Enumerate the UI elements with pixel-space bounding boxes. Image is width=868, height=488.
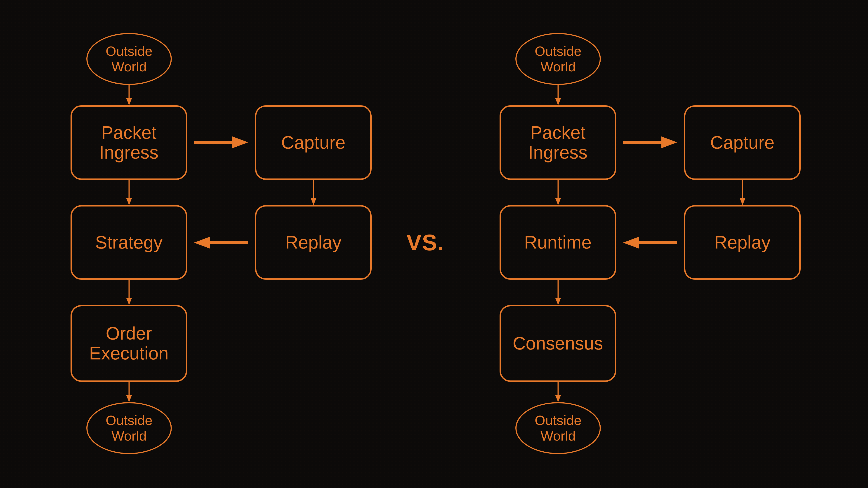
arrow-right-ingress-to-capture (623, 135, 677, 149)
node-label: Strategy (95, 232, 162, 252)
svg-marker-15 (555, 98, 561, 105)
node-label: OrderExecution (89, 324, 168, 363)
left-packet-ingress: PacketIngress (70, 105, 187, 180)
svg-marker-9 (194, 237, 210, 249)
svg-marker-19 (555, 198, 561, 205)
left-order-execution: OrderExecution (70, 305, 187, 382)
arrow-left-outside-to-ingress (126, 85, 132, 105)
arrow-right-runtime-to-consensus (555, 280, 561, 305)
svg-marker-21 (740, 198, 745, 205)
node-label: PacketIngress (528, 123, 587, 162)
left-outside-world-top: OutsideWorld (86, 33, 172, 85)
node-label: Runtime (524, 232, 592, 252)
left-replay: Replay (255, 205, 372, 280)
svg-marker-25 (555, 298, 561, 305)
vs-label: VS. (406, 230, 444, 256)
arrow-right-outside-to-ingress (555, 85, 561, 105)
node-label: PacketIngress (99, 123, 158, 162)
svg-marker-11 (126, 298, 132, 305)
arrow-left-replay-to-strategy (194, 236, 248, 250)
right-packet-ingress: PacketIngress (500, 105, 616, 180)
arrow-left-capture-to-replay (310, 180, 317, 205)
left-outside-world-bottom: OutsideWorld (86, 402, 172, 454)
svg-marker-1 (126, 98, 132, 105)
right-consensus: Consensus (500, 305, 616, 382)
node-label: OutsideWorld (106, 413, 153, 444)
node-label: Capture (281, 133, 346, 153)
arrow-right-capture-to-replay (739, 180, 746, 205)
vs-text: VS. (406, 230, 444, 255)
svg-marker-17 (661, 136, 677, 148)
right-capture: Capture (684, 105, 801, 180)
arrow-left-order-to-outside (126, 382, 132, 402)
arrow-left-strategy-to-order (126, 280, 132, 305)
left-strategy: Strategy (70, 205, 187, 280)
right-outside-world-top: OutsideWorld (515, 33, 601, 85)
node-label: OutsideWorld (106, 43, 153, 74)
svg-marker-3 (232, 136, 248, 148)
svg-marker-23 (623, 237, 639, 249)
node-label: Replay (714, 232, 770, 252)
right-runtime: Runtime (500, 205, 616, 280)
right-outside-world-bottom: OutsideWorld (515, 402, 601, 454)
svg-marker-7 (311, 198, 316, 205)
svg-marker-13 (126, 395, 132, 402)
svg-marker-5 (126, 198, 132, 205)
node-label: OutsideWorld (535, 413, 582, 444)
left-capture: Capture (255, 105, 372, 180)
node-label: Replay (285, 232, 341, 252)
node-label: OutsideWorld (535, 43, 582, 74)
arrow-left-ingress-to-strategy (126, 180, 132, 205)
arrow-right-ingress-to-runtime (555, 180, 561, 205)
arrow-left-ingress-to-capture (194, 135, 248, 149)
node-label: Consensus (513, 333, 603, 353)
svg-marker-27 (555, 395, 561, 402)
right-replay: Replay (684, 205, 801, 280)
arrow-right-replay-to-runtime (623, 236, 677, 250)
arrow-right-consensus-to-outside (555, 382, 561, 402)
node-label: Capture (710, 133, 775, 153)
